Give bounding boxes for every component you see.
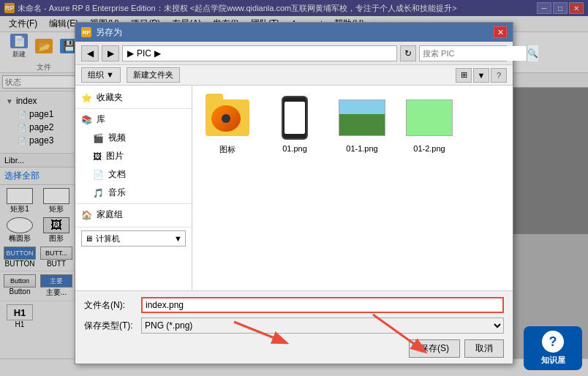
- computer-label: 计算机: [96, 233, 120, 244]
- phone-screen: [284, 102, 305, 134]
- video-label: 视频: [108, 132, 126, 144]
- favorites-section-header: ⭐ 收藏夹: [75, 89, 192, 107]
- documents-icon: 📄: [93, 170, 104, 180]
- view-dropdown-button[interactable]: ▼: [473, 68, 489, 83]
- dialog-back-button[interactable]: ◀: [81, 45, 99, 61]
- phone-thumbnail: [271, 94, 318, 141]
- sidebar-homegroup[interactable]: 🏠 家庭组: [75, 206, 192, 224]
- images-icon: 🖼: [93, 151, 102, 162]
- sidebar-divider-1: [75, 108, 192, 109]
- folder-label: 图标: [219, 144, 235, 155]
- filename-row: 文件名(N):: [84, 297, 504, 313]
- dialog-path-bar: ▶ PIC ▶: [122, 45, 397, 61]
- dialog-search-input[interactable]: [420, 46, 527, 61]
- green-thumbnail: [406, 94, 453, 141]
- homegroup-label: 家庭组: [97, 208, 123, 221]
- documents-label: 文档: [108, 168, 126, 181]
- filetype-row: 保存类型(T): PNG (*.png): [84, 317, 504, 334]
- dialog-search-button[interactable]: 🔍: [527, 45, 538, 61]
- dialog-close-button[interactable]: ✕: [494, 26, 507, 38]
- filename-input[interactable]: [141, 297, 504, 313]
- watermark-text: 知识屋: [541, 355, 565, 366]
- star-icon: ⭐: [81, 93, 92, 103]
- dialog-content: ⭐ 收藏夹 📚 库 🎬 视频 🖼 图片 📄 文档: [75, 86, 513, 290]
- view-toggle-group: ⊞ ▼ ?: [456, 68, 507, 83]
- file01-label: 01.png: [282, 144, 307, 153]
- help-button[interactable]: ?: [491, 68, 507, 83]
- sidebar-library[interactable]: 📚 库: [75, 110, 192, 129]
- homegroup-icon: 🏠: [81, 210, 92, 220]
- path-separator: ▶: [127, 48, 134, 59]
- images-label: 图片: [106, 150, 124, 162]
- music-label: 音乐: [108, 187, 126, 199]
- dialog-action-row: 保存(S) 取消: [84, 339, 504, 358]
- phone-shape: [282, 96, 308, 140]
- folder-shape: [206, 99, 249, 136]
- file-item-01png[interactable]: 01.png: [265, 91, 324, 158]
- icon-view-button[interactable]: ⊞: [456, 68, 472, 83]
- disc-center: [222, 114, 230, 123]
- computer-dropdown[interactable]: 🖥 计算机 ▼: [81, 230, 186, 247]
- computer-icon: 🖥: [85, 234, 93, 243]
- favorites-label[interactable]: 收藏夹: [97, 91, 123, 104]
- filename-label: 文件名(N):: [84, 299, 135, 312]
- dialog-file-toolbar: 组织 ▼ 新建文件夹 ⊞ ▼ ?: [75, 65, 513, 86]
- dialog-title: 另存为: [96, 26, 122, 39]
- sidebar-video[interactable]: 🎬 视频: [75, 129, 192, 147]
- dialog-app-icon: RP: [81, 27, 91, 37]
- file-item-01-2png[interactable]: 01-2.png: [400, 91, 459, 158]
- organize-button[interactable]: 组织 ▼: [81, 67, 121, 83]
- sidebar-divider-2: [75, 203, 192, 204]
- new-folder-button[interactable]: 新建文件夹: [127, 67, 180, 83]
- dialog-overlay: RP 另存为 ✕ ◀ ▶ ▶ PIC ▶ ↻ 🔍 组织 ▼ 新建文件夹: [0, 0, 588, 376]
- video-icon: 🎬: [93, 133, 104, 143]
- landscape-thumbnail: [339, 94, 385, 141]
- file01-2-label: 01-2.png: [413, 144, 445, 153]
- green-shape: [406, 99, 453, 136]
- dialog-bottom: 文件名(N): 保存类型(T): PNG (*.png) 保存(S) 取消: [75, 290, 513, 364]
- landscape-shape: [339, 99, 385, 136]
- filetype-label: 保存类型(T):: [84, 320, 135, 332]
- filetype-select[interactable]: PNG (*.png): [141, 317, 504, 334]
- watermark-badge: ? 知识屋: [524, 326, 582, 370]
- dialog-sidebar: ⭐ 收藏夹 📚 库 🎬 视频 🖼 图片 📄 文档: [75, 86, 192, 290]
- library-icon: 📚: [81, 115, 92, 125]
- dialog-search-bar: 🔍: [419, 45, 507, 61]
- file01-1-label: 01-1.png: [346, 144, 377, 153]
- sidebar-divider-3: [75, 227, 192, 228]
- file-item-folder[interactable]: 图标: [198, 91, 257, 158]
- sidebar-documents[interactable]: 📄 文档: [75, 165, 192, 184]
- path-separator2: ▶: [154, 48, 161, 59]
- dialog-files-area: 图标 01.png 01-1.png: [192, 86, 513, 290]
- file-item-01-1png[interactable]: 01-1.png: [333, 91, 391, 158]
- folder-thumbnail: [204, 94, 251, 141]
- sidebar-music[interactable]: 🎵 音乐: [75, 184, 192, 202]
- watermark-icon: ?: [542, 331, 564, 353]
- dialog-cancel-button[interactable]: 取消: [464, 339, 504, 358]
- sidebar-images[interactable]: 🖼 图片: [75, 147, 192, 165]
- library-label: 库: [97, 113, 105, 126]
- disc-inside-folder: [211, 105, 241, 132]
- dialog-nav-bar: ◀ ▶ ▶ PIC ▶ ↻ 🔍: [75, 42, 513, 65]
- path-part[interactable]: PIC: [137, 48, 151, 59]
- path-refresh-button[interactable]: ↻: [400, 45, 416, 61]
- dialog-save-button[interactable]: 保存(S): [409, 339, 460, 358]
- dialog-forward-button[interactable]: ▶: [102, 45, 119, 61]
- save-as-dialog: RP 另存为 ✕ ◀ ▶ ▶ PIC ▶ ↻ 🔍 组织 ▼ 新建文件夹: [75, 22, 513, 364]
- dialog-title-bar: RP 另存为 ✕: [75, 23, 513, 42]
- computer-dropdown-icon: ▼: [174, 234, 182, 243]
- music-icon: 🎵: [93, 188, 104, 198]
